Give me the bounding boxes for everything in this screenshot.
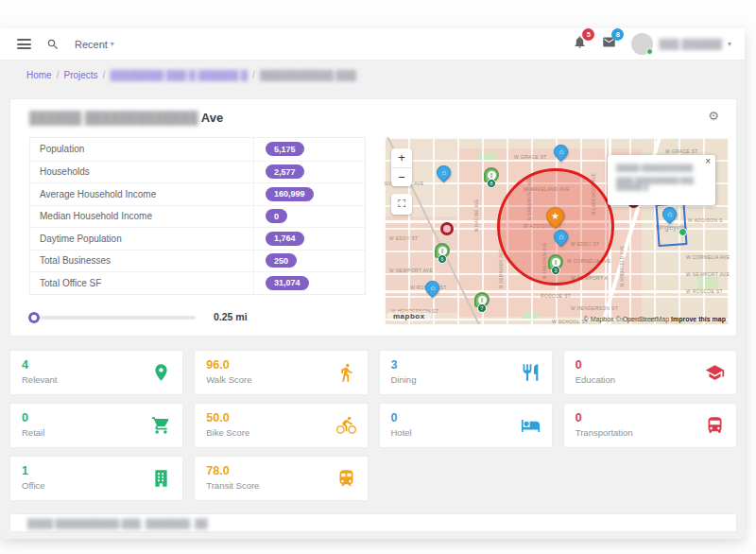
notifications-button[interactable]: 5 xyxy=(573,35,587,53)
street-label-vertical: N SEMINARY AVE xyxy=(499,249,504,288)
messages-button[interactable]: 8 xyxy=(602,35,616,53)
improve-map-link[interactable]: Improve this map xyxy=(671,316,726,322)
bank-icon: ⌂ xyxy=(663,208,676,221)
table-row: Total Office SF 31,074 xyxy=(30,271,365,294)
bed-icon xyxy=(521,416,541,436)
value-pill: 5,175 xyxy=(266,142,304,156)
chevron-down-icon: ▾ xyxy=(111,40,114,48)
row-label: Total Office SF xyxy=(30,278,253,288)
graduation-cap-icon xyxy=(705,363,725,383)
marker-count-badge: 8 xyxy=(487,179,496,188)
card-label: Walk Score xyxy=(206,374,355,385)
popup-subtitle: ████ ██████████ ███, ██████ █ xyxy=(616,177,707,190)
chevron-down-icon: ▾ xyxy=(728,40,731,48)
recent-dropdown[interactable]: Recent ▾ xyxy=(75,39,114,50)
slider-handle[interactable] xyxy=(28,312,40,323)
card-value: 4 xyxy=(22,358,171,372)
map-marker-dining-group[interactable]: ‖6 xyxy=(435,243,450,258)
fork-knife-icon xyxy=(521,363,541,383)
map-marker-dining-group[interactable]: ‖3 xyxy=(548,254,563,269)
card-label: Relevant xyxy=(22,374,171,385)
fullscreen-button[interactable]: ⛶ xyxy=(391,194,412,215)
app-window: Recent ▾ 5 8 ███ ██████ ▾ Home / Project… xyxy=(0,28,745,539)
user-menu[interactable]: ███ ██████ ▾ xyxy=(631,33,731,55)
notifications-count-badge: 5 xyxy=(582,28,594,41)
card-relevant[interactable]: 4 Relevant xyxy=(9,350,183,395)
card-bike-score[interactable]: 50.0 Bike Score xyxy=(194,403,368,448)
online-status-dot xyxy=(646,48,653,55)
card-label: Office xyxy=(22,480,171,491)
street-label: W NEWPORT AVE xyxy=(389,268,433,273)
poi-score-cards: 4 Relevant 96.0 Walk Score 3 Dining 0 Ed… xyxy=(9,350,737,501)
hamburger-menu-icon[interactable] xyxy=(17,37,31,52)
shopping-cart-icon xyxy=(151,416,171,436)
card-value: 0 xyxy=(391,411,541,424)
card-value: 3 xyxy=(391,358,541,372)
row-label: Average Household Income xyxy=(30,189,253,199)
map-marker-ring-pink[interactable] xyxy=(440,222,454,235)
marker-count-badge: 6 xyxy=(438,254,447,264)
breadcrumb-home[interactable]: Home xyxy=(26,70,52,80)
card-transportation[interactable]: 0 Transportation xyxy=(563,403,737,448)
card-transit-score[interactable]: 78.0 Transit Score xyxy=(194,456,368,501)
card-label: Education xyxy=(576,374,725,385)
gear-icon[interactable]: ⚙ xyxy=(708,109,719,123)
value-pill: 2,577 xyxy=(266,164,304,179)
top-nav: Recent ▾ 5 8 ███ ██████ ▾ xyxy=(0,28,745,61)
card-value: 50.0 xyxy=(206,411,355,424)
marker-count-badge: 7 xyxy=(477,303,487,313)
row-label: Households xyxy=(30,166,253,177)
card-label: Bike Score xyxy=(206,427,355,438)
card-label: Dining xyxy=(391,374,541,385)
zoom-out-button[interactable]: − xyxy=(391,167,412,186)
value-pill: 1,764 xyxy=(266,232,304,246)
bank-icon: ⌂ xyxy=(438,166,450,180)
map-marker-dining-group[interactable]: ‖8 xyxy=(484,167,499,182)
street-label: W GRACE ST xyxy=(514,154,547,160)
map-marker-green-dot[interactable] xyxy=(679,228,687,236)
card-dining[interactable]: 3 Dining xyxy=(379,350,553,395)
map[interactable]: W GRACE ST W GRACE ST W WAVELAND AVE W W… xyxy=(384,137,730,324)
breadcrumb-separator: / xyxy=(252,70,255,80)
map-attribution: © Mapbox © OpenStreetMap Improve this ma… xyxy=(584,316,726,322)
card-value: 0 xyxy=(22,411,171,424)
search-icon xyxy=(46,38,60,51)
slider-value: 0.25 mi xyxy=(214,311,248,322)
table-row: Population 5,175 xyxy=(30,138,365,161)
search-button[interactable] xyxy=(46,38,60,51)
card-office[interactable]: 1 Office xyxy=(9,456,183,501)
bicycle-icon xyxy=(336,416,356,436)
street-label: W GRACE ST xyxy=(665,148,698,154)
page-title-redacted: ██████ █████████████ xyxy=(29,111,198,125)
card-walk-score[interactable]: 96.0 Walk Score xyxy=(194,350,368,395)
slider-track[interactable] xyxy=(29,316,196,320)
mapbox-logo: mapbox xyxy=(387,311,431,321)
card-education[interactable]: 0 Education xyxy=(563,350,737,395)
card-value: 78.0 xyxy=(206,464,355,477)
breadcrumb-separator: / xyxy=(57,70,60,80)
map-zoom-control: + − xyxy=(391,148,412,186)
row-label: Total Businesses xyxy=(30,255,253,266)
map-pin-icon xyxy=(151,363,171,383)
map-popup: × █████ ███████████ ████ ██████████ ███,… xyxy=(608,155,715,205)
recent-label: Recent xyxy=(75,39,108,50)
value-pill: 250 xyxy=(266,253,297,268)
map-marker-dining-group[interactable]: ‖7 xyxy=(474,292,490,307)
street-label-vertical: N RACINE AVE xyxy=(474,199,479,232)
footer-address-bar[interactable]: ████ ██████████ ███, ███████, ██ xyxy=(9,513,737,532)
breadcrumb-separator: / xyxy=(103,70,106,80)
card-retail[interactable]: 0 Retail xyxy=(9,403,183,448)
attribution-text: © Mapbox © OpenStreetMap xyxy=(584,316,669,322)
popup-title: █████ ███████████ xyxy=(616,164,707,171)
bank-icon: ⌂ xyxy=(426,282,438,295)
card-hotel[interactable]: 0 Hotel xyxy=(379,403,553,448)
breadcrumb-project-name[interactable]: ████████ ███ █ ██████ █ xyxy=(110,70,248,80)
card-value: 96.0 xyxy=(206,358,355,372)
street-label-vertical: N SHEFFIELD AVE xyxy=(620,246,625,286)
breadcrumb-projects[interactable]: Projects xyxy=(63,70,97,80)
card-label: Hotel xyxy=(391,427,541,438)
messages-count-badge: 8 xyxy=(611,28,624,41)
zoom-in-button[interactable]: + xyxy=(391,148,412,167)
street-label: W CORNELIA AVE xyxy=(686,254,730,260)
table-row: Average Household Income 160,999 xyxy=(30,182,365,205)
